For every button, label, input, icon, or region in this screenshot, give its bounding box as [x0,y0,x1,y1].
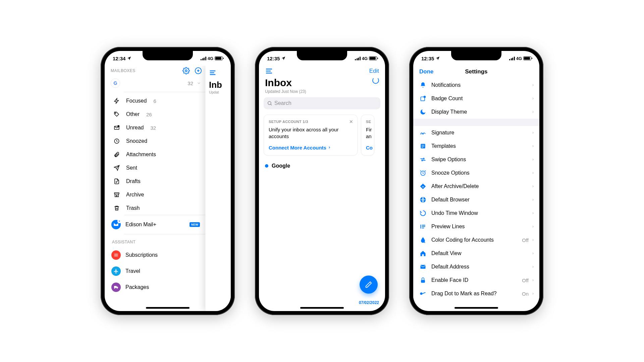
assistant-label: Packages [125,284,149,290]
settings-row-templates[interactable]: Templates [413,139,539,153]
network-label: 4G [208,56,213,61]
add-icon[interactable] [195,67,202,74]
date-stamp: 07/02/2022 [359,300,379,305]
edison-label: Edison Mail+ [125,222,156,228]
archive-icon [113,192,121,198]
mail-icon [418,263,428,270]
setup-card[interactable]: SETUP ACCOUNT 1/3 ✕ Unify your inbox acr… [264,115,358,156]
svg-point-7 [268,102,271,105]
swipe-icon [418,156,428,163]
dot-icon [265,164,268,168]
settings-label: Templates [431,143,531,149]
battery-icon [523,56,531,60]
page-subtitle: Updated Just Now (23) [265,89,306,94]
card-cta[interactable]: Co [366,145,369,150]
settings-row-default-address[interactable]: Default Address [413,260,539,274]
settings-label: Snooze Options [431,170,531,176]
search-input[interactable]: Search [264,97,380,109]
folder-label: Snoozed [126,138,147,144]
home-indicator[interactable] [300,307,344,309]
settings-label: Display Theme [431,109,531,115]
sidebar-folder-other[interactable]: Other 26 [111,108,205,121]
location-icon [127,56,131,61]
gear-icon[interactable] [182,67,190,74]
compose-fab[interactable] [360,276,378,294]
settings-row-notifications[interactable]: Notifications [413,78,539,92]
moon-icon [418,109,428,115]
edit-button[interactable]: Edit [369,68,379,74]
chevron-right-icon [531,291,535,296]
card-step: SETUP ACCOUNT 1/3 [269,120,353,124]
card-text: Unify your inbox across all your account… [269,126,353,140]
settings-row-color-coding-for-accounts[interactable]: Color Coding for Accounts Off [413,233,539,247]
account-section-header[interactable]: Google [259,160,385,172]
settings-row-after-archive-delete[interactable]: After Archive/Delete [413,180,539,193]
assistant-subscriptions[interactable]: Subscriptions [111,247,205,263]
home-indicator[interactable] [454,307,498,309]
sidebar-folder-sent[interactable]: Sent [111,161,205,175]
chevron-right-icon [531,211,535,216]
edison-mail-plus-row[interactable]: + Edison Mail+ NEW [111,215,205,234]
settings-value: On [522,291,529,297]
sidebar-folder-drafts[interactable]: Drafts [111,175,205,188]
chevron-right-icon [531,278,535,283]
settings-row-enable-face-id[interactable]: Enable Face ID Off [413,274,539,287]
settings-row-default-view[interactable]: Default View [413,247,539,260]
chevron-right-icon [531,157,535,162]
home-indicator[interactable] [146,307,190,309]
close-icon[interactable]: ✕ [349,119,353,124]
tag-icon [113,111,121,117]
folder-label: Sent [126,165,137,171]
phone-notch [297,51,347,60]
templates-icon [418,143,428,149]
alarm-icon [418,170,428,176]
chevron-right-icon [531,251,535,256]
location-icon [281,56,286,61]
settings-label: Notifications [431,82,531,88]
settings-row-display-theme[interactable]: Display Theme [413,105,539,119]
settings-label: After Archive/Delete [431,183,531,189]
svg-point-0 [185,70,187,72]
card-cta-label: Connect More Accounts [269,145,326,150]
settings-row-badge-count[interactable]: Badge Count [413,92,539,105]
settings-label: Default Address [431,264,531,270]
settings-row-swipe-options[interactable]: Swipe Options [413,153,539,166]
chevron-down-icon[interactable] [197,81,201,85]
inbox-peek[interactable]: Inb Updat [205,66,231,311]
sidebar-folder-unread[interactable]: Unread 32 [111,121,205,134]
sidebar-folder-archive[interactable]: Archive [111,188,205,201]
assistant-label: Subscriptions [125,252,158,258]
settings-label: Color Coding for Accounts [431,237,522,243]
truck-icon [111,283,121,292]
settings-row-snooze-options[interactable]: Snooze Options [413,166,539,180]
settings-row-default-browser[interactable]: Default Browser [413,193,539,206]
settings-row-drag-dot-to-mark-as-read-[interactable]: Drag Dot to Mark as Read? On [413,287,539,300]
sidebar[interactable]: MAILBOXES G [105,66,205,311]
chevron-right-icon [531,197,535,202]
phone-notch [451,51,501,60]
menu-icon[interactable] [265,67,273,75]
network-label: 4G [516,56,522,61]
plane-solid-icon [111,266,121,276]
assistant-packages[interactable]: Packages [111,279,205,295]
account-row[interactable]: G 32 [111,74,205,92]
signal-icon [509,57,515,60]
edison-icon: + [111,220,121,229]
menu-icon[interactable] [209,68,231,80]
lines-icon [418,223,428,230]
sidebar-folder-attachments[interactable]: Attachments [111,148,205,161]
done-button[interactable]: Done [419,68,434,75]
svg-point-4 [118,125,119,127]
settings-row-signature[interactable]: Signature [413,126,539,139]
sidebar-folder-trash[interactable]: Trash [111,201,205,215]
settings-row-undo-time-window[interactable]: Undo Time Window [413,206,539,220]
assistant-travel[interactable]: Travel [111,263,205,279]
card-text: Fir an [366,126,369,140]
setup-card-next[interactable]: SE Fir an Co [361,115,374,156]
sidebar-folder-snoozed[interactable]: Snoozed [111,134,205,148]
settings-row-preview-lines[interactable]: Preview Lines [413,220,539,233]
card-cta[interactable]: Connect More Accounts [269,145,353,150]
svg-rect-17 [421,280,425,283]
status-time: 12:35 [267,56,280,61]
sidebar-folder-focused[interactable]: Focused 6 [111,94,205,108]
